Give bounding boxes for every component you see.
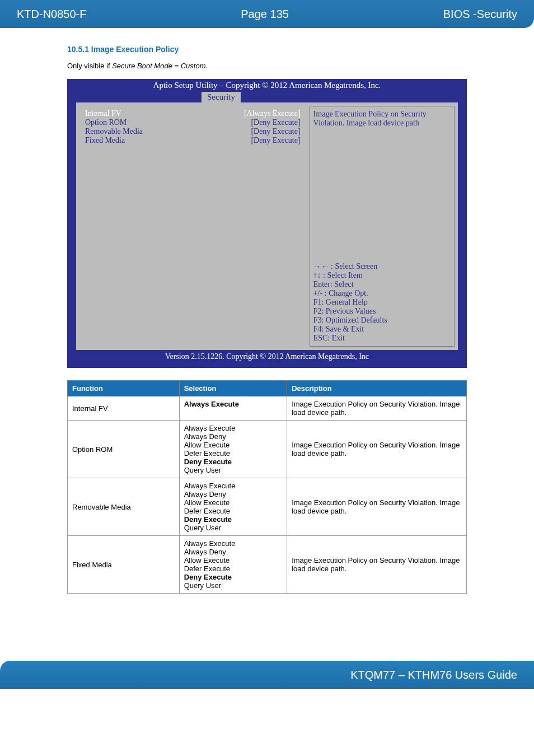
th-function: Function — [68, 381, 180, 396]
page-section: BIOS -Security — [443, 8, 517, 21]
selection-option: Query User — [184, 524, 283, 532]
bios-key-help: →← : Select Screen ↑↓ : Select Item Ente… — [313, 262, 451, 343]
selection-option: Query User — [184, 581, 283, 590]
table-row: Removable MediaAlways ExecuteAlways Deny… — [68, 478, 467, 536]
footer-text: KTQM77 – KTHM76 Users Guide — [350, 669, 517, 682]
bios-right-pane: Image Execution Policy on Security Viola… — [310, 106, 455, 347]
options-table: Function Selection Description Internal … — [67, 380, 467, 594]
section-note: Only visible if Secure Boot Mode = Custo… — [67, 62, 467, 70]
cell-function: Removable Media — [68, 478, 180, 536]
bios-body: Internal FV[Always Execute]Option ROM[De… — [79, 106, 455, 347]
bios-option-value: [Deny Execute] — [251, 136, 300, 145]
table-row: Fixed MediaAlways ExecuteAlways DenyAllo… — [68, 536, 467, 594]
doc-code: KTD-N0850-F — [17, 8, 86, 21]
bios-option-row: Fixed Media[Deny Execute] — [83, 136, 303, 145]
cell-function: Internal FV — [68, 396, 180, 421]
note-italic: Secure Boot Mode = Custom. — [112, 62, 208, 70]
selection-option: Query User — [184, 466, 283, 474]
selection-option: Defer Execute — [184, 507, 283, 515]
selection-option: Always Execute — [184, 482, 283, 490]
selection-option: Allow Execute — [184, 556, 283, 564]
bios-body-outer: Internal FV[Always Execute]Option ROM[De… — [76, 102, 458, 350]
selection-option: Always Deny — [184, 548, 283, 556]
cell-selection: Always Execute — [179, 396, 287, 421]
selection-option: Always Execute — [184, 400, 283, 408]
cell-selection: Always ExecuteAlways DenyAllow ExecuteDe… — [179, 536, 287, 594]
selection-option: Always Deny — [184, 432, 283, 441]
cell-description: Image Execution Policy on Security Viola… — [287, 396, 467, 421]
bios-option-row: Removable Media[Deny Execute] — [83, 127, 303, 136]
selection-option: Deny Execute — [184, 573, 283, 581]
bios-option-label: Removable Media — [85, 127, 143, 136]
table-row: Option ROMAlways ExecuteAlways DenyAllow… — [68, 421, 467, 478]
cell-selection: Always ExecuteAlways DenyAllow ExecuteDe… — [179, 421, 287, 478]
section-title: 10.5.1 Image Execution Policy — [67, 45, 467, 54]
page-footer: KTQM77 – KTHM76 Users Guide — [0, 661, 534, 689]
bios-option-row: Internal FV[Always Execute] — [83, 109, 303, 118]
th-selection: Selection — [179, 381, 287, 396]
selection-option: Always Execute — [184, 539, 283, 548]
table-header-row: Function Selection Description — [68, 381, 467, 396]
cell-description: Image Execution Policy on Security Viola… — [287, 536, 467, 594]
page-content: 10.5.1 Image Execution Policy Only visib… — [0, 28, 534, 616]
bios-option-label: Internal FV — [85, 109, 121, 118]
cell-function: Fixed Media — [68, 536, 180, 594]
bios-help-text: Image Execution Policy on Security Viola… — [313, 110, 451, 128]
selection-option: Deny Execute — [184, 515, 283, 524]
bios-left-pane: Internal FV[Always Execute]Option ROM[De… — [79, 106, 306, 347]
table-row: Internal FVAlways ExecuteImage Execution… — [68, 396, 467, 421]
selection-option: Defer Execute — [184, 449, 283, 458]
cell-function: Option ROM — [68, 421, 180, 478]
selection-option: Allow Execute — [184, 498, 283, 507]
th-description: Description — [287, 381, 467, 396]
cell-description: Image Execution Policy on Security Viola… — [287, 421, 467, 478]
cell-description: Image Execution Policy on Security Viola… — [287, 478, 467, 536]
bios-tab-security: Security — [202, 92, 241, 102]
page-header: KTD-N0850-F Page 135 BIOS -Security — [0, 0, 534, 28]
selection-option: Defer Execute — [184, 564, 283, 573]
selection-option: Always Deny — [184, 490, 283, 498]
note-prefix: Only visible if — [67, 62, 112, 70]
bios-tab-row: Security — [67, 92, 467, 102]
bios-option-value: [Deny Execute] — [251, 118, 300, 127]
bios-option-row: Option ROM[Deny Execute] — [83, 118, 303, 127]
selection-option: Deny Execute — [184, 458, 283, 466]
bios-screenshot: Aptio Setup Utility – Copyright © 2012 A… — [67, 79, 467, 368]
page-number: Page 135 — [86, 8, 443, 21]
bios-option-value: [Always Execute] — [244, 109, 301, 118]
selection-option: Allow Execute — [184, 441, 283, 449]
selection-option: Always Execute — [184, 424, 283, 432]
cell-selection: Always ExecuteAlways DenyAllow ExecuteDe… — [179, 478, 287, 536]
bios-caption: Aptio Setup Utility – Copyright © 2012 A… — [67, 79, 467, 92]
bios-option-label: Fixed Media — [85, 136, 125, 145]
bios-option-label: Option ROM — [85, 118, 127, 127]
bios-option-value: [Deny Execute] — [251, 127, 300, 136]
bios-version: Version 2.15.1226. Copyright © 2012 Amer… — [67, 350, 467, 361]
